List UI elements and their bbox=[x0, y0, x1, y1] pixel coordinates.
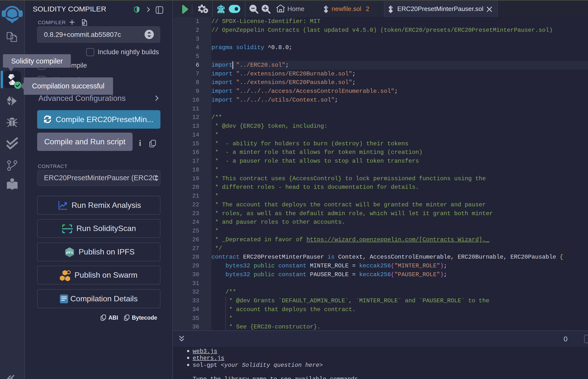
svg-text:IPFS: IPFS bbox=[66, 251, 73, 254]
